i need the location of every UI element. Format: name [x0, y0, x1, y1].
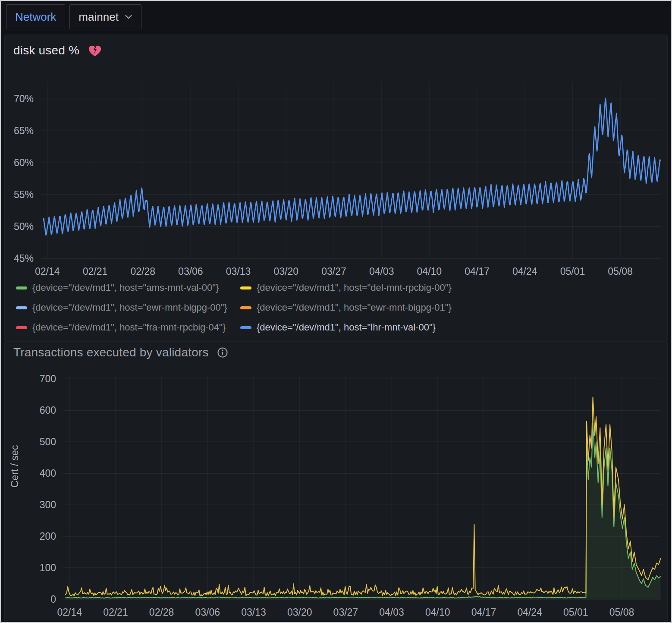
y-tick-label: 700: [40, 373, 56, 384]
legend-label: {device="/dev/md1", host="ewr-mnt-bigpg-…: [257, 302, 452, 313]
y-tick-label: 600: [40, 405, 56, 416]
y-tick-label: 50%: [14, 221, 34, 232]
legend-swatch: [16, 286, 27, 289]
legend-swatch: [240, 326, 251, 329]
y-tick-label: 300: [40, 499, 56, 510]
x-tick-label: 02/14: [57, 607, 82, 618]
network-variable-value: mainnet: [79, 10, 119, 24]
x-tick-label: 04/24: [517, 607, 542, 618]
y-tick-label: 65%: [14, 125, 34, 136]
legend-item[interactable]: {device="/dev/md1", host="ams-mnt-val-00…: [16, 282, 227, 294]
chevron-down-icon: [125, 15, 132, 19]
network-variable-label: Network: [15, 10, 56, 24]
panel-transactions: Transactions executed by validators Cert…: [4, 342, 668, 621]
transactions-chart-canvas[interactable]: 010020030040050060070002/1402/2102/2803/…: [5, 342, 668, 622]
y-tick-label: 100: [40, 562, 56, 573]
x-tick-label: 05/08: [608, 266, 633, 277]
x-tick-label: 03/06: [195, 607, 220, 618]
legend-label: {device="/dev/md1", host="fra-mnt-rpcbig…: [32, 322, 226, 333]
network-variable-dropdown[interactable]: mainnet: [69, 4, 141, 29]
x-tick-label: 04/24: [512, 266, 537, 277]
x-tick-label: 04/03: [379, 607, 404, 618]
panel-disk-used: disk used % 45%50%55%60%65%70%02/1402/21…: [4, 35, 668, 342]
legend-item[interactable]: {device="/dev/md1", host="ewr-mnt-bigpg-…: [16, 302, 227, 314]
legend-item[interactable]: {device="/dev/md1", host="fra-mnt-rpcbig…: [16, 321, 227, 334]
x-tick-label: 05/01: [560, 266, 585, 277]
legend-swatch: [240, 286, 251, 289]
x-tick-label: 05/08: [609, 607, 634, 618]
x-tick-label: 04/10: [425, 607, 450, 618]
y-tick-label: 70%: [14, 93, 34, 104]
x-tick-label: 04/10: [417, 266, 442, 277]
network-variable-label-box: Network: [6, 4, 65, 29]
x-tick-label: 05/01: [563, 607, 588, 618]
disk-used-chart-canvas[interactable]: 45%50%55%60%65%70%02/1402/2102/2803/0603…: [5, 35, 668, 281]
legend-swatch: [16, 306, 27, 309]
legend-item[interactable]: {device="/dev/md1", host="del-mnt-rpcbig…: [240, 282, 452, 294]
y-tick-label: 55%: [14, 189, 34, 200]
disk-used-legend: {device="/dev/md1", host="ams-mnt-val-00…: [16, 282, 452, 334]
series-validators-yellow: [66, 397, 660, 596]
x-tick-label: 03/13: [226, 266, 251, 277]
y-tick-label: 200: [40, 531, 56, 542]
y-tick-label: 45%: [14, 253, 34, 264]
x-tick-label: 02/28: [130, 266, 155, 277]
x-tick-label: 04/03: [369, 266, 394, 277]
legend-label: {device="/dev/md1", host="del-mnt-rpcbig…: [257, 282, 452, 293]
dashboard: Network mainnet disk used % 45%50%55%60%…: [0, 0, 672, 623]
x-tick-label: 03/27: [321, 266, 346, 277]
x-tick-label: 02/14: [35, 266, 60, 277]
legend-label: {device="/dev/md1", host="ams-mnt-val-00…: [32, 282, 219, 293]
x-tick-label: 03/27: [333, 607, 358, 618]
x-tick-label: 02/21: [83, 266, 108, 277]
y-tick-label: 0: [50, 594, 56, 605]
legend-item[interactable]: {device="/dev/md1", host="lhr-mnt-val-00…: [240, 321, 452, 334]
y-tick-label: 500: [40, 436, 56, 447]
x-tick-label: 02/28: [149, 607, 174, 618]
x-tick-label: 03/20: [273, 266, 298, 277]
legend-item[interactable]: {device="/dev/md1", host="ewr-mnt-bigpg-…: [240, 302, 452, 314]
y-tick-label: 60%: [14, 157, 34, 168]
x-tick-label: 04/17: [471, 607, 496, 618]
y-tick-label: 400: [40, 468, 56, 479]
x-tick-label: 02/21: [103, 607, 128, 618]
series-devicedevmd1hostlhr-mnt-val-00: [43, 98, 660, 235]
legend-swatch: [240, 306, 251, 309]
x-tick-label: 03/06: [178, 266, 203, 277]
legend-label: {device="/dev/md1", host="lhr-mnt-val-00…: [257, 322, 436, 333]
legend-label: {device="/dev/md1", host="ewr-mnt-bigpg-…: [32, 302, 227, 313]
series-validators-green: [66, 423, 660, 598]
variable-bar: Network mainnet: [6, 4, 141, 29]
x-tick-label: 03/13: [241, 607, 266, 618]
x-tick-label: 04/17: [465, 266, 490, 277]
x-tick-label: 03/20: [287, 607, 312, 618]
legend-swatch: [16, 326, 27, 329]
